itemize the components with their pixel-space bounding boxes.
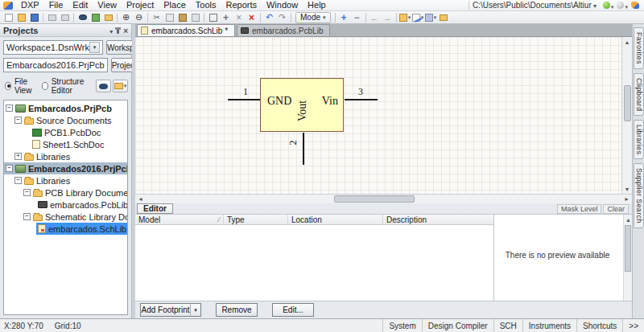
tree-item-source-documents[interactable]: Source Documents: [4, 114, 127, 126]
scroll-down-icon[interactable]: ▼: [622, 184, 633, 194]
menu-file[interactable]: File: [44, 0, 68, 11]
workspace-combo[interactable]: Workspace1.DsnWrk: [3, 40, 103, 55]
structure-editor-radio[interactable]: [42, 82, 48, 90]
tab-supplier-search[interactable]: Supplier Search: [634, 163, 644, 228]
collapse-icon[interactable]: [6, 165, 13, 172]
column-description[interactable]: Description: [383, 215, 493, 224]
tree-item-schematic-library-documents[interactable]: Schematic Library Documents: [4, 211, 127, 223]
snippets-icon[interactable]: [102, 12, 114, 23]
vertical-scroll-thumb[interactable]: [624, 85, 631, 121]
browse-library-icon[interactable]: [438, 12, 450, 23]
column-model[interactable]: Model∕: [135, 215, 224, 224]
panels-system[interactable]: System: [382, 319, 421, 332]
zoom-out-icon[interactable]: [133, 12, 145, 23]
collapse-icon[interactable]: [6, 105, 13, 112]
collapse-icon[interactable]: [14, 117, 22, 124]
edit-button[interactable]: Edit...: [272, 303, 314, 317]
panel-menu-icon[interactable]: [109, 26, 113, 35]
undo-icon[interactable]: [263, 12, 275, 23]
print-preview-icon[interactable]: [59, 12, 71, 23]
mode-dropdown[interactable]: Mode: [295, 12, 331, 23]
scroll-up-icon[interactable]: ▲: [622, 37, 633, 47]
remove-icon[interactable]: [351, 12, 363, 23]
tab-clipboard[interactable]: Clipboard: [634, 73, 644, 116]
storage-path-selector[interactable]: C:\Users\Public\Documents\Altiur: [469, 1, 600, 10]
copy-icon[interactable]: [163, 12, 175, 23]
tree-item-pcbdoc[interactable]: PCB1.PcbDoc: [4, 126, 127, 138]
component-body[interactable]: GND Vin Vout: [260, 78, 344, 132]
panels-design-compiler[interactable]: Design Compiler: [422, 319, 493, 332]
scroll-up-icon[interactable]: ▲: [624, 215, 633, 224]
mask-level-button[interactable]: Mask Level: [557, 204, 602, 214]
cut-icon[interactable]: [151, 12, 163, 23]
pin-1-wire[interactable]: [228, 99, 260, 100]
tree-item-pcb-library-documents[interactable]: PCB Library Documents: [4, 186, 127, 199]
select-area-icon[interactable]: [207, 12, 219, 23]
column-location[interactable]: Location: [288, 215, 383, 224]
file-view-radio[interactable]: [5, 82, 11, 90]
collapse-icon[interactable]: [14, 177, 22, 184]
scroll-right-icon[interactable]: ▸: [621, 195, 632, 203]
editor-tab[interactable]: Editor: [137, 203, 173, 214]
tree-item-schlib[interactable]: embarcados.SchLib *: [4, 223, 127, 235]
tree-item-project[interactable]: Embarcados.PrjPcb: [4, 102, 127, 114]
clear-button[interactable]: Clear: [603, 204, 629, 214]
zoom-in-icon[interactable]: [120, 12, 132, 23]
close-panel-icon[interactable]: [123, 26, 128, 35]
menu-help[interactable]: Help: [303, 0, 331, 11]
menu-tools[interactable]: Tools: [191, 0, 221, 11]
canvas-vertical-scrollbar[interactable]: ▲ ▼: [621, 37, 632, 194]
expand-icon[interactable]: [14, 153, 22, 160]
collapse-icon[interactable]: [23, 213, 31, 220]
back-icon[interactable]: [369, 12, 381, 23]
line-style-dropdown-icon[interactable]: [412, 12, 424, 23]
menu-project[interactable]: Project: [122, 0, 159, 11]
menu-reports[interactable]: Reports: [221, 0, 262, 11]
project-combo[interactable]: Embarcados2016.PrjPcb: [3, 58, 108, 72]
scroll-left-icon[interactable]: ◂: [135, 195, 146, 203]
favorites-dropdown-icon[interactable]: [399, 12, 411, 23]
tree-item-schdoc[interactable]: Sheet1.SchDoc: [4, 138, 127, 150]
forward-icon[interactable]: [382, 12, 394, 23]
add-footprint-dropdown-icon[interactable]: [190, 303, 201, 317]
pin-3-wire[interactable]: [345, 99, 378, 100]
menu-dxp[interactable]: DXP: [16, 0, 44, 11]
menu-window[interactable]: Window: [262, 0, 303, 11]
tree-item-pcblib[interactable]: embarcados.PcbLib: [4, 199, 127, 211]
menu-place[interactable]: Place: [159, 0, 191, 11]
paste-icon[interactable]: [176, 12, 188, 23]
view-icon[interactable]: [76, 12, 89, 23]
collapse-icon[interactable]: [23, 189, 31, 196]
preview-scrollbar[interactable]: ▲: [623, 215, 632, 301]
panels-more[interactable]: >>: [622, 319, 644, 332]
paste-array-icon[interactable]: [189, 12, 201, 23]
pin-2-wire[interactable]: [303, 133, 304, 165]
canvas-horizontal-scrollbar[interactable]: ◂ ▸: [135, 194, 632, 203]
tab-favorites[interactable]: Favorites: [634, 27, 644, 69]
tab-libraries[interactable]: Libraries: [634, 120, 644, 159]
schematic-canvas[interactable]: 1 3 2 GND Vin Vout: [135, 37, 621, 194]
tree-item-libraries-1[interactable]: Libraries: [4, 150, 127, 162]
preview-scroll-thumb[interactable]: [625, 225, 631, 272]
panels-shortcuts[interactable]: Shortcuts: [576, 319, 622, 332]
remove-button[interactable]: Remove: [216, 303, 258, 317]
altium-vault-icon[interactable]: [631, 2, 639, 9]
pin-panel-icon[interactable]: [117, 27, 119, 34]
fit-document-icon[interactable]: [89, 12, 101, 23]
deselect-icon[interactable]: [233, 12, 245, 23]
add-icon[interactable]: [338, 12, 350, 23]
clear-filter-icon[interactable]: [246, 12, 258, 23]
tree-item-libraries-2[interactable]: Libraries: [4, 174, 127, 186]
column-type[interactable]: Type: [224, 215, 288, 224]
connection-status-icon[interactable]: [617, 1, 628, 10]
panels-sch[interactable]: SCH: [493, 319, 522, 332]
new-document-icon[interactable]: [2, 12, 14, 23]
print-icon[interactable]: [46, 12, 58, 23]
grid-dropdown-icon[interactable]: [425, 12, 437, 23]
save-icon[interactable]: [28, 12, 40, 23]
horizontal-scroll-thumb[interactable]: [334, 195, 415, 203]
show-differences-button[interactable]: [96, 80, 111, 92]
menu-view[interactable]: View: [93, 0, 122, 11]
move-selection-icon[interactable]: [220, 12, 232, 23]
combo-caret-icon[interactable]: [89, 42, 100, 53]
